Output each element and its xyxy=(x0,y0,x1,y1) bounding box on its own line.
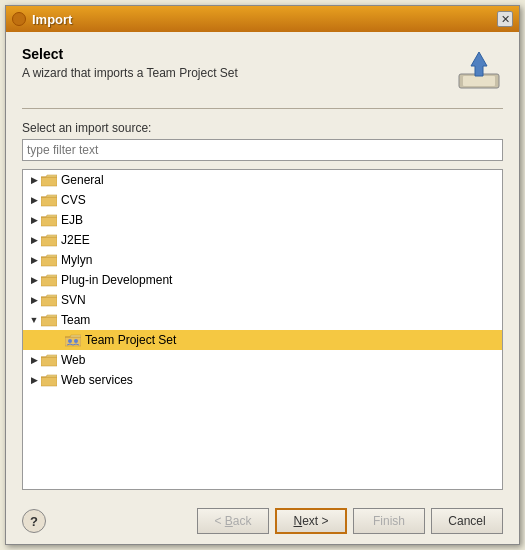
tree-label-plugin-dev: Plug-in Development xyxy=(61,273,172,287)
tree-item-cvs[interactable]: ▶ CVS xyxy=(23,190,502,210)
page-subtitle: A wizard that imports a Team Project Set xyxy=(22,66,238,80)
tree-label-svn: SVN xyxy=(61,293,86,307)
import-dialog: Import ✕ Select A wizard that imports a … xyxy=(5,5,520,545)
help-button[interactable]: ? xyxy=(22,509,46,533)
expand-arrow-svn[interactable]: ▶ xyxy=(27,293,41,307)
expand-arrow-j2ee[interactable]: ▶ xyxy=(27,233,41,247)
tree-item-j2ee[interactable]: ▶ J2EE xyxy=(23,230,502,250)
page-title: Select xyxy=(22,46,238,62)
filter-label: Select an import source: xyxy=(22,121,503,135)
title-bar-app-icon xyxy=(12,12,26,26)
tree-label-mylyn: Mylyn xyxy=(61,253,92,267)
tree-item-web[interactable]: ▶ Web xyxy=(23,350,502,370)
tree-item-ejb[interactable]: ▶ EJB xyxy=(23,210,502,230)
expand-arrow-web-services[interactable]: ▶ xyxy=(27,373,41,387)
title-bar: Import ✕ xyxy=(6,6,519,32)
title-bar-left: Import xyxy=(12,12,72,27)
back-button[interactable]: < Back xyxy=(197,508,269,534)
folder-icon-general xyxy=(41,174,57,187)
folder-icon-mylyn xyxy=(41,254,57,267)
finish-button[interactable]: Finish xyxy=(353,508,425,534)
next-button[interactable]: Next > xyxy=(275,508,347,534)
folder-icon-svn xyxy=(41,294,57,307)
tree-item-mylyn[interactable]: ▶ Mylyn xyxy=(23,250,502,270)
tree-label-general: General xyxy=(61,173,104,187)
folder-icon-plugin-dev xyxy=(41,274,57,287)
tree-item-svn[interactable]: ▶ SVN xyxy=(23,290,502,310)
tree-label-cvs: CVS xyxy=(61,193,86,207)
team-project-set-icon xyxy=(65,334,81,347)
expand-arrow-ejb[interactable]: ▶ xyxy=(27,213,41,227)
tree-label-ejb: EJB xyxy=(61,213,83,227)
folder-icon-web-services xyxy=(41,374,57,387)
header-text: Select A wizard that imports a Team Proj… xyxy=(22,46,238,80)
svg-point-3 xyxy=(68,339,72,343)
tree-label-team-project-set: Team Project Set xyxy=(85,333,176,347)
svg-rect-1 xyxy=(463,76,495,86)
cancel-button[interactable]: Cancel xyxy=(431,508,503,534)
tree-item-plugin-dev[interactable]: ▶ Plug-in Development xyxy=(23,270,502,290)
svg-marker-2 xyxy=(471,52,487,76)
expand-arrow-mylyn[interactable]: ▶ xyxy=(27,253,41,267)
expand-arrow-general[interactable]: ▶ xyxy=(27,173,41,187)
expand-arrow-plugin-dev[interactable]: ▶ xyxy=(27,273,41,287)
navigation-buttons: < Back Next > Finish Cancel xyxy=(197,508,503,534)
folder-icon-cvs xyxy=(41,194,57,207)
expand-arrow-web[interactable]: ▶ xyxy=(27,353,41,367)
tree-label-team: Team xyxy=(61,313,90,327)
content-area: Select A wizard that imports a Team Proj… xyxy=(6,32,519,544)
close-button[interactable]: ✕ xyxy=(497,11,513,27)
folder-icon-web xyxy=(41,354,57,367)
tree-label-j2ee: J2EE xyxy=(61,233,90,247)
button-bar: ? < Back Next > Finish Cancel xyxy=(22,500,503,534)
tree-item-team[interactable]: ▼ Team xyxy=(23,310,502,330)
tree-item-web-services[interactable]: ▶ Web services xyxy=(23,370,502,390)
folder-icon-j2ee xyxy=(41,234,57,247)
expand-arrow-team[interactable]: ▼ xyxy=(27,313,41,327)
tree-label-web-services: Web services xyxy=(61,373,133,387)
folder-icon-team xyxy=(41,314,57,327)
expand-arrow-cvs[interactable]: ▶ xyxy=(27,193,41,207)
folder-icon-ejb xyxy=(41,214,57,227)
tree-label-web: Web xyxy=(61,353,85,367)
filter-input[interactable] xyxy=(22,139,503,161)
tree-item-general[interactable]: ▶ General xyxy=(23,170,502,190)
separator xyxy=(22,108,503,109)
wizard-icon xyxy=(455,46,503,94)
header-section: Select A wizard that imports a Team Proj… xyxy=(22,46,503,94)
tree-item-team-project-set[interactable]: ▶ Team Project Set xyxy=(23,330,502,350)
next-label: Next > xyxy=(293,514,328,528)
svg-point-4 xyxy=(74,339,78,343)
title-bar-title: Import xyxy=(32,12,72,27)
import-source-tree[interactable]: ▶ General ▶ CVS ▶ EJB xyxy=(22,169,503,490)
